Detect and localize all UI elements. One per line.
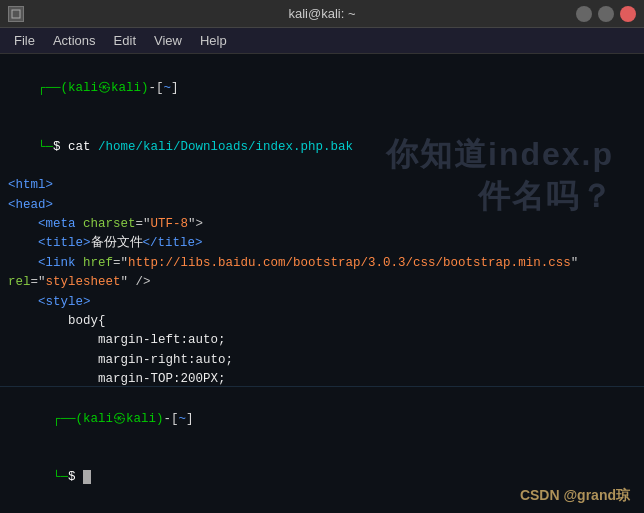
code-line-mr: margin-right:auto; bbox=[8, 351, 636, 370]
menu-file[interactable]: File bbox=[6, 31, 43, 50]
terminal-area: ┌──(kali㉿kali)-[~] └─$ cat /home/kali/Do… bbox=[0, 54, 644, 513]
code-line-style: <style> bbox=[8, 293, 636, 312]
code-line-html: <html> bbox=[8, 176, 636, 195]
menu-edit[interactable]: Edit bbox=[106, 31, 144, 50]
window-controls bbox=[576, 6, 636, 22]
menu-help[interactable]: Help bbox=[192, 31, 235, 50]
titlebar: kali@kali: ~ bbox=[0, 0, 644, 28]
terminal-icon bbox=[8, 6, 24, 22]
maximize-button[interactable] bbox=[598, 6, 614, 22]
prompt-line-2: ┌──(kali㉿kali)-[~] bbox=[8, 391, 636, 449]
minimize-button[interactable] bbox=[576, 6, 592, 22]
menu-view[interactable]: View bbox=[146, 31, 190, 50]
code-line-meta: <meta charset="UTF-8"> bbox=[8, 215, 636, 234]
code-line-ml: margin-left:auto; bbox=[8, 331, 636, 350]
menubar: File Actions Edit View Help bbox=[0, 28, 644, 54]
code-line-head: <head> bbox=[8, 196, 636, 215]
prompt-line-1: ┌──(kali㉿kali)-[~] bbox=[8, 60, 636, 118]
code-line-title: <title>备份文件</title> bbox=[8, 234, 636, 253]
svg-rect-0 bbox=[12, 10, 20, 18]
code-line-link: <link href="http://libs.baidu.com/bootst… bbox=[8, 254, 636, 273]
window-title: kali@kali: ~ bbox=[288, 6, 355, 21]
code-line-rel: rel="stylesheet" /> bbox=[8, 273, 636, 292]
code-line-body: body{ bbox=[8, 312, 636, 331]
menu-actions[interactable]: Actions bbox=[45, 31, 104, 50]
cat-command-line: └─$ cat /home/kali/Downloads/index.php.b… bbox=[8, 118, 636, 176]
close-button[interactable] bbox=[620, 6, 636, 22]
titlebar-left bbox=[8, 6, 24, 22]
csdn-watermark: CSDN @grand琼 bbox=[520, 487, 630, 505]
